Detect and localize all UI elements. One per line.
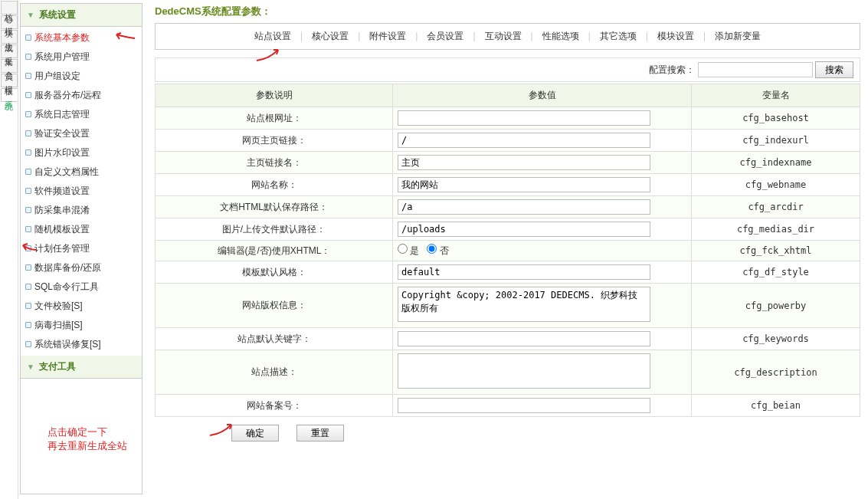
param-val-cell	[393, 350, 692, 395]
param-val-cell	[393, 174, 692, 196]
sidebar-item[interactable]: 数据库备份/还原	[21, 258, 142, 277]
search-input[interactable]	[698, 62, 813, 77]
param-input[interactable]	[398, 155, 650, 170]
table-row: 图片/上传文件默认路径：cfg_medias_dir	[156, 218, 860, 241]
param-radio[interactable]	[427, 244, 437, 254]
param-input[interactable]	[398, 177, 650, 192]
sidebar-item[interactable]: 病毒扫描[S]	[21, 316, 142, 335]
arrow-annotation-icon	[255, 45, 286, 66]
vtab-1[interactable]: 模块	[1, 15, 18, 29]
vtab-2[interactable]: 生成	[1, 30, 18, 44]
param-val-cell	[393, 284, 692, 328]
param-var: cfg_indexname	[692, 152, 860, 174]
param-input[interactable]	[398, 222, 650, 237]
param-val-cell	[393, 328, 692, 350]
config-tab[interactable]: 互动设置	[477, 31, 529, 41]
param-val-cell	[393, 107, 692, 130]
config-tab[interactable]: 核心设置	[304, 31, 356, 41]
param-desc: 网站版权信息：	[156, 284, 393, 328]
param-textarea[interactable]	[398, 353, 650, 389]
sidebar-item[interactable]: 系统错误修复[S]	[21, 335, 142, 354]
param-desc: 站点默认关键字：	[156, 328, 393, 350]
table-row: 站点根网址：cfg_basehost	[156, 107, 860, 130]
th-var: 变量名	[692, 84, 860, 107]
config-tab[interactable]: 性能选项	[535, 31, 587, 41]
vtab-6[interactable]: 系统	[1, 88, 18, 102]
table-row: 站点默认关键字：cfg_keywords	[156, 328, 860, 350]
vtab-4[interactable]: 会员	[1, 59, 18, 73]
param-desc: 站点描述：	[156, 350, 393, 395]
param-radio[interactable]	[398, 244, 408, 254]
config-tabs: 站点设置|核心设置|附件设置|会员设置|互动设置|性能选项|其它选项|模块设置|…	[155, 23, 860, 50]
param-desc: 图片/上传文件默认路径：	[156, 218, 393, 241]
table-row: 模板默认风格：cfg_df_style	[156, 261, 860, 284]
param-desc: 站点根网址：	[156, 107, 393, 130]
param-input[interactable]	[398, 398, 650, 413]
sidebar-header-settings[interactable]: ▼系统设置	[21, 4, 142, 27]
sidebar-item[interactable]: 文件校验[S]	[21, 297, 142, 316]
param-val-cell	[393, 395, 692, 417]
sidebar-item[interactable]: 随机模板设置	[21, 220, 142, 239]
sidebar-item[interactable]: 防采集串混淆	[21, 201, 142, 220]
vtab-3[interactable]: 采集	[1, 44, 18, 58]
config-tab[interactable]: 附件设置	[362, 31, 414, 41]
sidebar-item[interactable]: 自定义文档属性	[21, 163, 142, 182]
config-tab[interactable]: 站点设置	[247, 31, 299, 41]
config-tab[interactable]: 添加新变量	[707, 31, 768, 41]
table-row: 编辑器(是/否)使用XHTML： 是 否cfg_fck_xhtml	[156, 241, 860, 261]
table-row: 网站版权信息：cfg_powerby	[156, 284, 860, 328]
table-row: 网站备案号：cfg_beian	[156, 395, 860, 417]
param-desc: 主页链接名：	[156, 152, 393, 174]
sidebar-item[interactable]: SQL命令行工具	[21, 277, 142, 297]
arrow-annotation-icon	[112, 32, 138, 47]
vtab-5[interactable]: 模板	[1, 74, 18, 87]
sidebar-item[interactable]: 系统日志管理	[21, 105, 142, 124]
param-input[interactable]	[398, 264, 650, 280]
sidebar-item[interactable]: 系统用户管理	[21, 48, 142, 67]
chevron-down-icon: ▼	[27, 11, 34, 19]
main-panel: DedeCMS系统配置参数： 站点设置|核心设置|附件设置|会员设置|互动设置|…	[147, 0, 868, 499]
param-textarea[interactable]	[398, 287, 650, 322]
param-var: cfg_webname	[692, 174, 860, 196]
param-desc: 网页主页链接：	[156, 130, 393, 152]
param-input[interactable]	[398, 133, 650, 148]
reset-button[interactable]: 重置	[296, 425, 344, 442]
sidebar-item[interactable]: 验证安全设置	[21, 124, 142, 143]
table-row: 网站名称：cfg_webname	[156, 174, 860, 196]
sidebar-item[interactable]: 用户组设定	[21, 67, 142, 86]
table-row: 文档HTML默认保存路径：cfg_arcdir	[156, 196, 860, 218]
param-val-cell	[393, 196, 692, 218]
sidebar-item[interactable]: 服务器分布/远程	[21, 86, 142, 105]
config-tab[interactable]: 模块设置	[650, 31, 702, 41]
config-tab[interactable]: 其它选项	[592, 31, 644, 41]
param-var: cfg_medias_dir	[692, 218, 860, 241]
sidebar-item[interactable]: 计划任务管理	[21, 239, 142, 258]
vertical-tabs: 核心模块生成采集会员模板系统	[0, 0, 18, 499]
param-input[interactable]	[398, 331, 650, 346]
param-val-cell: 是 否	[393, 241, 692, 261]
param-var: cfg_keywords	[692, 328, 860, 350]
param-var: cfg_indexurl	[692, 130, 860, 152]
param-input[interactable]	[398, 199, 650, 215]
param-var: cfg_beian	[692, 395, 860, 417]
sidebar-header-label: 支付工具	[39, 361, 76, 372]
sidebar-item[interactable]: 软件频道设置	[21, 182, 142, 201]
param-desc: 网站名称：	[156, 174, 393, 196]
vtab-0[interactable]: 核心	[1, 1, 18, 15]
sidebar-list: 系统基本参数系统用户管理用户组设定服务器分布/远程系统日志管理验证安全设置图片水…	[21, 27, 142, 356]
sidebar-header-label: 系统设置	[39, 9, 76, 20]
param-input[interactable]	[398, 110, 650, 126]
param-val-cell	[393, 261, 692, 284]
sidebar-header-pay[interactable]: ▼支付工具	[21, 356, 142, 379]
param-var: cfg_powerby	[692, 284, 860, 328]
sidebar-item[interactable]: 图片水印设置	[21, 143, 142, 163]
search-button[interactable]: 搜索	[815, 61, 853, 78]
table-row: 网页主页链接：cfg_indexurl	[156, 130, 860, 152]
param-var: cfg_description	[692, 350, 860, 395]
param-var: cfg_arcdir	[692, 196, 860, 218]
arrow-annotation-icon	[20, 242, 38, 257]
arrow-annotation-icon	[208, 420, 239, 442]
param-var: cfg_fck_xhtml	[692, 241, 860, 261]
config-tab[interactable]: 会员设置	[419, 31, 471, 41]
th-desc: 参数说明	[156, 84, 393, 107]
